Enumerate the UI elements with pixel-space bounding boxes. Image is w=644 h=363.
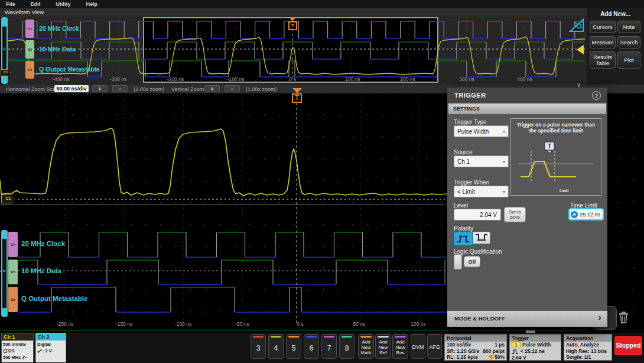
polarity-label: Polarity — [454, 225, 473, 232]
settings-section-bar[interactable]: SETTINGS — [448, 103, 606, 114]
scroll-handle-icon[interactable]: <> — [1, 47, 5, 51]
trigger-position-arrow-overview[interactable] — [289, 17, 296, 21]
negative-pulse-icon — [474, 233, 489, 243]
tab-waveform-view[interactable]: Waveform View — [5, 9, 44, 15]
trigger-when-dropdown[interactable]: < Limit ▾ — [454, 186, 509, 197]
overview-axis-label: 300 ns — [459, 76, 474, 82]
label-clock-main: 20 MHz Clock — [21, 240, 65, 247]
channel-7-button[interactable]: 7 — [321, 334, 337, 359]
channel-4-button[interactable]: 4 — [268, 334, 284, 359]
h-zoom-plus-button[interactable]: + — [92, 85, 108, 92]
limit-caption: Limit — [560, 189, 569, 193]
set-to-50-button[interactable]: Set to 50% — [504, 207, 526, 222]
polarity-negative-button[interactable] — [473, 232, 490, 244]
chevron-down-icon: ▾ — [503, 159, 505, 164]
trigger-type-text: Pulse Width — [522, 342, 551, 348]
trigger-type-label: Trigger Type — [454, 119, 487, 125]
v-zoom-minus-button[interactable]: − — [225, 85, 240, 92]
svg-text:T: T — [548, 143, 551, 150]
menu-file[interactable]: File — [6, 1, 15, 7]
h-sample-rate: SR: 1.25 GS/s — [447, 348, 479, 355]
level-label: Level — [454, 202, 468, 209]
acquisition-status-box[interactable]: Acquisition Auto, Analyze High Res: 13 b… — [564, 334, 612, 361]
v-zoom-factor: (1.00x zoom) — [246, 86, 277, 92]
channel-6-button[interactable]: 6 — [304, 334, 319, 359]
acquisition-box-title: Acquisition — [564, 335, 612, 342]
afg-button[interactable]: AFG — [427, 334, 442, 359]
chip-d5-main[interactable]: D5 — [8, 260, 18, 284]
add-new-math-button[interactable]: Add New Math — [358, 334, 374, 359]
add-new-ref-button[interactable]: Add New Ref — [375, 334, 391, 359]
h-zoom-minus-button[interactable]: − — [112, 85, 128, 92]
trigger-position-arrow-main[interactable] — [292, 88, 302, 93]
time-limit-value: 25.12 ns — [578, 212, 603, 218]
mode-holdoff-label: MODE & HOLDOFF — [454, 315, 506, 322]
v-zoom-plus-button[interactable]: + — [204, 85, 220, 92]
mode-holdoff-bar[interactable]: MODE & HOLDOFF › — [447, 311, 607, 327]
label-data-overview: 10 MHz Data — [39, 46, 76, 53]
ch2-badge[interactable]: Ch 2 Digital : 2 V — [35, 333, 66, 362]
menu-edit[interactable]: Edit — [31, 1, 41, 7]
logic-qualification-toggle[interactable] — [454, 254, 462, 270]
trash-button[interactable] — [616, 307, 631, 328]
vertical-zoom-label: Vertical Zoom — [171, 86, 204, 92]
overview-axis-label: -300 ns — [110, 76, 126, 82]
scroll-handle-icon-main[interactable]: <> — [0, 268, 5, 274]
trigger-hint-box: Trigger on a pulse narrower than the spe… — [510, 118, 601, 196]
add-new-bus-button[interactable]: Add New Bus — [392, 334, 408, 359]
trigger-type-dropdown[interactable]: Pulse Width ▾ — [454, 125, 509, 137]
label-clock-overview: 20 MHz Clock — [39, 25, 79, 32]
trigger-flag-overview[interactable]: T — [288, 21, 297, 30]
source-dropdown[interactable]: Ch 1 ▾ — [454, 155, 509, 167]
chip-d5-overview[interactable]: D5 — [25, 40, 34, 59]
time-limit-input[interactable]: A 25.12 ns — [568, 208, 604, 221]
channel-8-button[interactable]: 8 — [339, 334, 354, 359]
overview-axis-label: 200 ns — [400, 76, 415, 82]
digital-group-handle-bottom-main[interactable] — [1, 308, 8, 317]
tab-bar: Waveform View — [0, 8, 587, 17]
add-ref-l1: Add — [376, 339, 391, 345]
menu-utility[interactable]: Utility — [56, 1, 71, 7]
trigger-panel-header[interactable]: TRIGGER ? — [447, 87, 607, 103]
oscilloscope-screen: File Edit Utility Help Waveform View <> … — [0, 0, 644, 363]
channel-3-stripe — [253, 336, 264, 338]
horizontal-zoom-scale-value[interactable]: 50.00 ns/div — [54, 85, 89, 92]
add-math-l2: New — [359, 345, 373, 350]
h-window: 1 µs — [495, 342, 505, 348]
digital-group-handle-top-main[interactable] — [1, 230, 8, 239]
chevron-down-icon: ▾ — [503, 189, 505, 195]
level-input[interactable]: 2.04 V — [454, 209, 501, 221]
main-axis-label: -100 ns — [175, 321, 191, 327]
horizontal-settings-box[interactable]: Horizontal 100 ns/div1 µs SR: 1.25 GS/s8… — [444, 334, 507, 361]
stopped-button[interactable]: Stopped — [614, 336, 642, 355]
acq-mode: Auto, Analyze — [566, 342, 599, 348]
digital-group-handle-top[interactable] — [1, 17, 8, 27]
chip-d3-overview[interactable]: D3 — [25, 61, 34, 79]
channel-3-button[interactable]: 3 — [251, 334, 266, 359]
trigger-type-value: Pulse Width — [457, 128, 489, 135]
trigger-settings-panel: TRIGGER ? SETTINGS Trigger Type Pulse Wi… — [447, 87, 607, 327]
trigger-status-box[interactable]: Trigger 1 Pulse Width < 25.12 ns 2.04 V — [509, 334, 561, 361]
trigger-when-label: Trigger When — [454, 179, 489, 186]
chip-d7-overview[interactable]: D7 — [25, 20, 34, 38]
label-data-main: 10 MHz Data — [21, 267, 61, 274]
chip-d3-main[interactable]: D3 — [8, 287, 18, 312]
h-record-length: RL: 1.25 kpts — [447, 354, 478, 361]
ch1-badge-title: Ch 1 — [2, 333, 33, 341]
zoom-overview-icon[interactable] — [569, 18, 584, 33]
dvm-button[interactable]: DVM — [411, 334, 425, 359]
trigger-flag-main[interactable]: T — [292, 93, 302, 103]
add-math-stripe — [360, 336, 372, 338]
horizontal-zoom-scale-label: Horizontal Zoom Scale — [6, 86, 60, 92]
polarity-positive-button[interactable] — [454, 232, 473, 245]
main-axis-label: 50 ns — [353, 321, 366, 327]
channel-5-button[interactable]: 5 — [286, 334, 301, 359]
h-position: 50% — [495, 354, 505, 361]
overview-axis-label: 0 s — [289, 76, 295, 82]
menu-help[interactable]: Help — [86, 1, 98, 7]
set50-line1: Set to — [509, 209, 521, 215]
ch1-badge[interactable]: Ch 1 500 mV/div DS 500 MHz — [1, 333, 34, 362]
chip-d7-main[interactable]: D7 — [8, 232, 18, 257]
logic-qualification-off-button[interactable]: Off — [464, 256, 480, 267]
help-icon[interactable]: ? — [592, 91, 601, 100]
